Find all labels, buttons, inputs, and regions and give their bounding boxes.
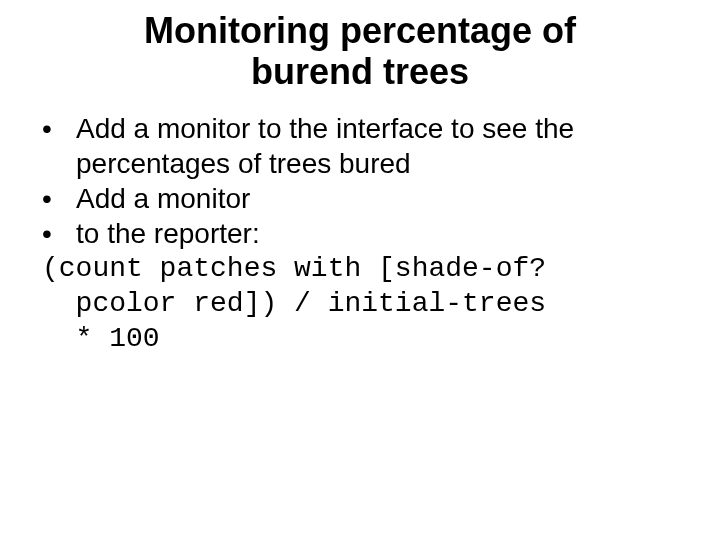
- bullet-item: to the reporter:: [40, 216, 680, 251]
- bullet-text: Add a monitor to the interface to see th…: [76, 111, 680, 181]
- bullet-item: Add a monitor to the interface to see th…: [40, 111, 680, 181]
- bullet-icon: [40, 111, 76, 181]
- title-line-1: Monitoring percentage of: [144, 10, 576, 51]
- slide: Monitoring percentage of burend trees Ad…: [0, 0, 720, 540]
- bullet-icon: [40, 216, 76, 251]
- code-block: (count patches with [shade-of? pcolor re…: [40, 251, 680, 356]
- bullet-icon: [40, 181, 76, 216]
- title-line-2: burend trees: [251, 51, 469, 92]
- bullet-text: Add a monitor: [76, 181, 680, 216]
- bullet-item: Add a monitor: [40, 181, 680, 216]
- slide-title: Monitoring percentage of burend trees: [40, 10, 680, 93]
- bullet-text: to the reporter:: [76, 216, 680, 251]
- slide-body: Add a monitor to the interface to see th…: [40, 111, 680, 356]
